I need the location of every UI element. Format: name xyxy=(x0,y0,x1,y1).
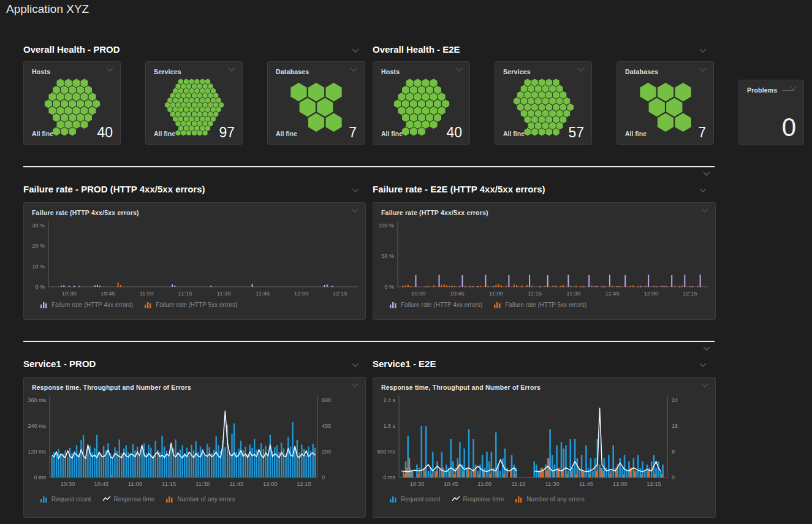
health-tile-databases-e2e[interactable]: Databases All fine 7 xyxy=(617,61,714,145)
svg-text:10:45: 10:45 xyxy=(444,480,458,487)
section-title-service-e2e: Service1 - E2E xyxy=(373,359,436,369)
bar-series-icon xyxy=(389,301,398,308)
entity-count: 7 xyxy=(349,124,357,141)
svg-text:24: 24 xyxy=(672,397,678,403)
chevron-down-icon[interactable] xyxy=(455,67,463,73)
status-text: All fine xyxy=(154,130,175,137)
chart-legend: Request countResponse timeNumber of any … xyxy=(40,495,235,503)
legend-item[interactable]: Failure rate (HTTP 4xx errors) xyxy=(40,301,133,308)
chevron-down-icon[interactable] xyxy=(351,48,360,54)
bar-series-icon xyxy=(144,301,153,308)
svg-text:0 ms: 0 ms xyxy=(34,474,46,480)
tile-label: Databases xyxy=(276,68,309,75)
bar-series-icon xyxy=(493,301,502,308)
chevron-down-icon[interactable] xyxy=(351,188,360,194)
health-tile-hosts-e2e[interactable]: Hosts All fine 40 xyxy=(373,61,470,145)
legend-item[interactable]: Response time xyxy=(102,495,155,503)
status-text: All fine xyxy=(625,130,647,137)
legend-item[interactable]: Failure rate (HTTP 5xx errors) xyxy=(493,301,586,308)
chevron-down-icon[interactable] xyxy=(699,67,707,73)
svg-text:0 %: 0 % xyxy=(35,284,45,290)
health-tile-services-e2e[interactable]: Services All fine 57 xyxy=(495,61,592,145)
status-text: All fine xyxy=(503,130,525,137)
svg-text:10:45: 10:45 xyxy=(450,290,465,297)
chevron-down-icon[interactable] xyxy=(702,171,711,177)
legend-item[interactable]: Failure rate (HTTP 4xx errors) xyxy=(389,301,482,308)
chevron-down-icon[interactable] xyxy=(702,346,711,352)
svg-text:400: 400 xyxy=(322,423,331,429)
section-title-failure-e2e: Failure rate - E2E (HTTP 4xx/5xx errors) xyxy=(373,184,545,194)
svg-text:11:45: 11:45 xyxy=(229,480,243,487)
svg-text:0: 0 xyxy=(322,474,325,480)
chevron-down-icon[interactable] xyxy=(699,362,707,368)
svg-text:12:15: 12:15 xyxy=(683,290,697,297)
svg-text:10:30: 10:30 xyxy=(62,290,77,297)
row-divider xyxy=(23,166,715,167)
svg-text:8: 8 xyxy=(672,449,675,455)
chevron-down-icon[interactable] xyxy=(349,67,358,73)
legend-label: Number of any errors xyxy=(177,496,235,503)
svg-text:12:15: 12:15 xyxy=(297,480,311,487)
line-series-icon xyxy=(452,495,460,503)
status-text: All fine xyxy=(381,130,403,137)
svg-text:11:45: 11:45 xyxy=(605,290,620,297)
svg-text:11:00: 11:00 xyxy=(489,290,503,297)
bar-series-icon xyxy=(515,495,523,503)
svg-text:12:15: 12:15 xyxy=(647,480,661,487)
health-tile-databases-prod[interactable]: Databases All fine 7 xyxy=(267,61,365,145)
svg-text:11:45: 11:45 xyxy=(579,480,593,487)
svg-text:1.6 s: 1.6 s xyxy=(383,423,395,429)
chevron-down-icon[interactable] xyxy=(105,67,114,73)
problems-count: 0 xyxy=(782,113,796,142)
health-tile-hosts-prod[interactable]: Hosts All fine 40 xyxy=(23,61,121,145)
svg-text:600: 600 xyxy=(322,397,331,403)
legend-item[interactable]: Response time xyxy=(452,495,504,503)
chevron-down-icon[interactable] xyxy=(227,67,236,73)
legend-label: Response time xyxy=(114,496,155,503)
failure-rate-e2e-chart[interactable]: Failure rate (HTTP 4xx/5xx errors) 0 %50… xyxy=(373,202,716,320)
chevron-down-icon[interactable] xyxy=(699,48,707,54)
svg-text:12:15: 12:15 xyxy=(333,290,347,297)
svg-text:10:45: 10:45 xyxy=(101,290,115,297)
tile-label: Hosts xyxy=(32,68,50,75)
chevron-down-icon[interactable] xyxy=(351,362,360,368)
legend-label: Request count xyxy=(401,496,441,503)
hexagon-cluster xyxy=(627,78,704,137)
svg-text:11:15: 11:15 xyxy=(162,480,176,487)
row-divider xyxy=(23,341,715,342)
legend-label: Number of any errors xyxy=(526,496,584,503)
svg-text:120 ms: 120 ms xyxy=(28,449,46,455)
svg-text:50 %: 50 % xyxy=(381,253,394,259)
hexagon-cluster-svg xyxy=(627,78,704,137)
legend-item[interactable]: Request count xyxy=(389,495,441,503)
svg-text:20 %: 20 % xyxy=(32,243,45,249)
legend-item[interactable]: Request count xyxy=(40,495,91,503)
service1-e2e-chart[interactable]: Response time, Throughput and Number of … xyxy=(373,377,716,518)
health-tile-services-prod[interactable]: Services All fine 97 xyxy=(145,61,243,145)
section-title-health-e2e: Overall Health - E2E xyxy=(373,44,460,55)
chevron-down-icon[interactable] xyxy=(577,67,585,73)
chevron-down-icon[interactable] xyxy=(699,188,707,194)
svg-text:10:45: 10:45 xyxy=(94,480,109,487)
svg-text:0: 0 xyxy=(672,474,675,480)
failure-rate-prod-chart[interactable]: Failure rate (HTTP 4xx/5xx errors) 0 %10… xyxy=(23,202,366,320)
problems-tile[interactable]: Problems 0 xyxy=(738,80,804,145)
legend-label: Request count xyxy=(51,496,91,503)
bar-series-icon xyxy=(40,301,48,308)
svg-text:16: 16 xyxy=(672,423,678,429)
svg-text:11:45: 11:45 xyxy=(256,290,270,297)
chart-legend: Failure rate (HTTP 4xx errors)Failure ra… xyxy=(389,301,586,308)
line-series-icon xyxy=(102,495,111,503)
legend-item[interactable]: Number of any errors xyxy=(165,495,235,503)
svg-text:10:30: 10:30 xyxy=(60,480,75,487)
svg-text:2.4 s: 2.4 s xyxy=(383,397,395,403)
entity-count: 40 xyxy=(446,124,462,141)
svg-text:12:00: 12:00 xyxy=(613,480,628,487)
service1-prod-chart[interactable]: Response time, Throughput and Number of … xyxy=(23,377,366,518)
legend-item[interactable]: Failure rate (HTTP 5xx errors) xyxy=(144,301,237,308)
svg-text:11:30: 11:30 xyxy=(217,290,231,297)
entity-count: 57 xyxy=(568,124,584,141)
legend-item[interactable]: Number of any errors xyxy=(515,495,584,503)
chevron-down-icon[interactable] xyxy=(789,85,797,91)
tile-label: Services xyxy=(154,68,181,75)
